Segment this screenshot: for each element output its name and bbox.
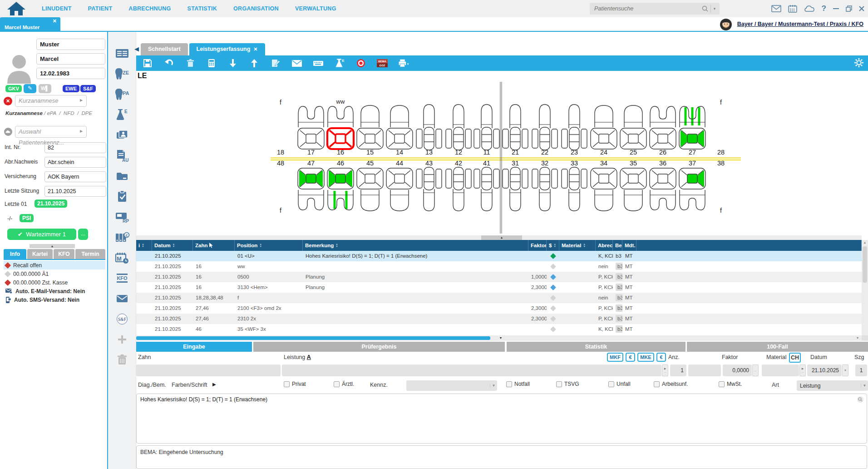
tooth-34[interactable]: 34: [591, 160, 617, 211]
table-hscrollbar[interactable]: ▼ ▼: [136, 335, 868, 341]
tooth-44[interactable]: 44: [386, 160, 413, 211]
leistung-spinner[interactable]: ▶...: [662, 364, 668, 376]
wartezimmer-button[interactable]: ✔ Wartezimmer 1: [7, 229, 76, 240]
edit-document-icon[interactable]: ✎: [24, 84, 36, 93]
magnifier-icon[interactable]: [857, 396, 864, 403]
tooth-ze-icon[interactable]: ZE: [113, 66, 131, 81]
table-row[interactable]: 21.10.2025163130 <Hem>Planung2,3000P, KC…: [136, 282, 862, 293]
settings-gear-icon[interactable]: [853, 57, 864, 68]
checkbox-rztl[interactable]: Ärztl.: [334, 381, 354, 387]
word-icon[interactable]: W▌: [39, 84, 51, 93]
search-dropdown-icon[interactable]: ▼: [713, 7, 720, 11]
cloud-icon[interactable]: [804, 5, 815, 12]
calculator-icon[interactable]: [206, 57, 217, 69]
zahn-input[interactable]: [136, 364, 281, 376]
delete-icon[interactable]: [184, 57, 196, 69]
link-nfd[interactable]: NFD: [64, 110, 74, 116]
patient-table-icon[interactable]: [113, 45, 131, 61]
panel-splitter-icon[interactable]: ▼: [497, 335, 504, 341]
termin-m-icon[interactable]: M: [113, 250, 131, 265]
tooth-11[interactable]: 11: [474, 105, 499, 156]
patient-tab-close-icon[interactable]: ✕: [53, 18, 57, 24]
column-header-material[interactable]: Material▲▼: [559, 240, 596, 251]
material-input[interactable]: [762, 364, 799, 376]
checkbox-tsvg[interactable]: TSVG: [556, 381, 579, 387]
tooth-37[interactable]: 37: [679, 160, 705, 210]
tab-eingabe[interactable]: Eingabe: [136, 342, 252, 352]
mail-icon[interactable]: [771, 5, 781, 12]
checkbox-arbeitsunf[interactable]: Arbeitsunf.: [654, 381, 688, 387]
menu-abrechnung[interactable]: ABRECHNUNG: [128, 5, 171, 12]
add-icon[interactable]: [113, 332, 131, 347]
tooth-26[interactable]: 26: [650, 106, 676, 156]
bemerkung-textarea[interactable]: Hohes Kariesrisiko! D(S) = 1; D(T) = 1 (…: [136, 394, 867, 444]
menu-patient[interactable]: PATIENT: [88, 5, 113, 12]
farben-schrift-label[interactable]: Farben/Schrift: [172, 382, 207, 388]
tooth-48[interactable]: 48f: [277, 160, 284, 214]
table-row[interactable]: 21.10.20254635 <WF> 3xK, KCHb3MT: [136, 324, 862, 334]
tooth-15[interactable]: 15: [357, 105, 383, 156]
undo-icon[interactable]: [163, 57, 175, 69]
tooth-33[interactable]: 33: [562, 160, 587, 211]
tab-kfo[interactable]: KFO: [54, 249, 74, 259]
search-input[interactable]: [590, 5, 701, 12]
chart-table-splitter[interactable]: ▲: [136, 235, 862, 240]
info-item[interactable]: Auto. SMS-Versand: Nein: [4, 295, 105, 304]
table-row[interactable]: 21.10.202501 <U>Hohes Kariesrisiko! D(S)…: [136, 251, 862, 261]
tooth-12[interactable]: 12: [446, 105, 471, 156]
link-epa[interactable]: ePA: [47, 110, 56, 116]
tooth-46[interactable]: 46: [327, 160, 354, 210]
info-item[interactable]: 00.00.0000 Zst. Kasse: [4, 278, 105, 287]
tooth-42[interactable]: 42: [446, 160, 471, 211]
keyboard-icon[interactable]: [312, 57, 324, 69]
tab-kartei[interactable]: Kartei: [27, 249, 53, 259]
wartezimmer-more-button[interactable]: ...: [78, 229, 88, 240]
menu-statistik[interactable]: STATISTIK: [187, 5, 217, 12]
menu-organisation[interactable]: ORGANISATION: [233, 5, 279, 12]
delete-icon[interactable]: [113, 352, 131, 368]
tooth-28[interactable]: 28f: [717, 99, 725, 156]
tooth-47[interactable]: 47: [298, 160, 324, 210]
datum-dropdown-icon[interactable]: ▼: [842, 364, 848, 376]
patientenkennz-input[interactable]: Auswahl Patientenkennz...: [15, 126, 87, 138]
tab-termin[interactable]: Termin: [75, 249, 105, 259]
mkf-button[interactable]: MKF: [607, 353, 623, 362]
checkbox-mwst[interactable]: MwSt.: [719, 381, 742, 387]
material-spinner[interactable]: ▶...: [799, 364, 806, 376]
kurzanamnese-expand-icon[interactable]: ▶: [80, 98, 83, 102]
images-icon[interactable]: [113, 127, 131, 143]
euro-button-1[interactable]: €: [626, 353, 635, 362]
checkbox-privat[interactable]: Privat: [284, 381, 306, 387]
info-item[interactable]: Auto. E-Mail-Versand: Nein: [4, 287, 105, 295]
tooth-38[interactable]: 38f: [717, 160, 725, 214]
home-icon[interactable]: [5, 1, 27, 16]
column-header-zahn[interactable]: Zahn: [193, 240, 235, 251]
mke-button[interactable]: MKE: [637, 353, 654, 362]
column-header-faktor[interactable]: Faktor▲▼: [528, 240, 547, 251]
arrow-down-icon[interactable]: [227, 57, 239, 69]
info-item[interactable]: Recall offen: [4, 261, 105, 269]
billing-euro-icon[interactable]: €: [113, 230, 131, 245]
tooth-27[interactable]: 27: [679, 106, 705, 156]
tab-schnellstart[interactable]: Schnellstart: [141, 43, 188, 55]
tooth-25[interactable]: 25: [620, 105, 646, 156]
sidebar-splitter[interactable]: ▲: [30, 244, 75, 248]
mail-icon[interactable]: [113, 291, 131, 306]
column-header-[interactable]: $▲▼: [547, 240, 559, 251]
last-name-field[interactable]: Muster: [36, 39, 105, 50]
art-dropdown[interactable]: Leistung▼: [797, 380, 868, 391]
tooth-24[interactable]: 24: [591, 105, 617, 156]
tab-info[interactable]: Info: [4, 249, 26, 259]
tooth-32[interactable]: 32: [532, 160, 557, 211]
tooth-18[interactable]: 18f: [277, 99, 284, 156]
euro-button-2[interactable]: €: [656, 353, 666, 362]
column-header-position[interactable]: Position▲▼: [235, 240, 303, 251]
tooth-pa-icon[interactable]: PA: [113, 86, 131, 102]
tooth-14[interactable]: 14: [386, 105, 413, 156]
edit-icon[interactable]: [270, 57, 281, 69]
tooth-45[interactable]: 45: [357, 160, 383, 211]
table-row[interactable]: 21.10.202518,28,38,48fneinb3MT: [136, 293, 862, 303]
minimize-icon[interactable]: [833, 8, 839, 10]
column-header-datum[interactable]: Datum▲▼: [152, 240, 193, 251]
tooth-21[interactable]: 21: [503, 105, 528, 156]
